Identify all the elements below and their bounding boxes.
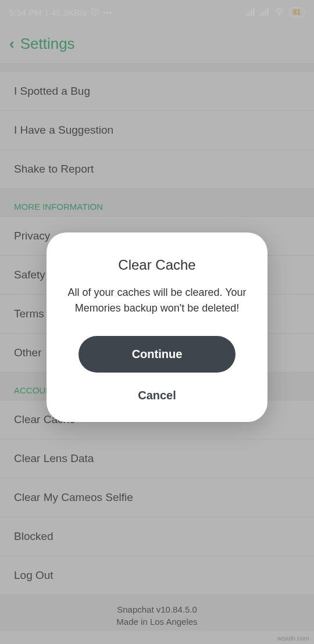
- dialog-title: Clear Cache: [65, 257, 249, 273]
- watermark: wsxdn.com: [277, 635, 309, 642]
- continue-button[interactable]: Continue: [78, 336, 236, 373]
- clear-cache-dialog: Clear Cache All of your caches will be c…: [47, 232, 267, 422]
- cancel-button[interactable]: Cancel: [138, 389, 176, 402]
- dialog-body: All of your caches will be cleared. Your…: [65, 285, 249, 316]
